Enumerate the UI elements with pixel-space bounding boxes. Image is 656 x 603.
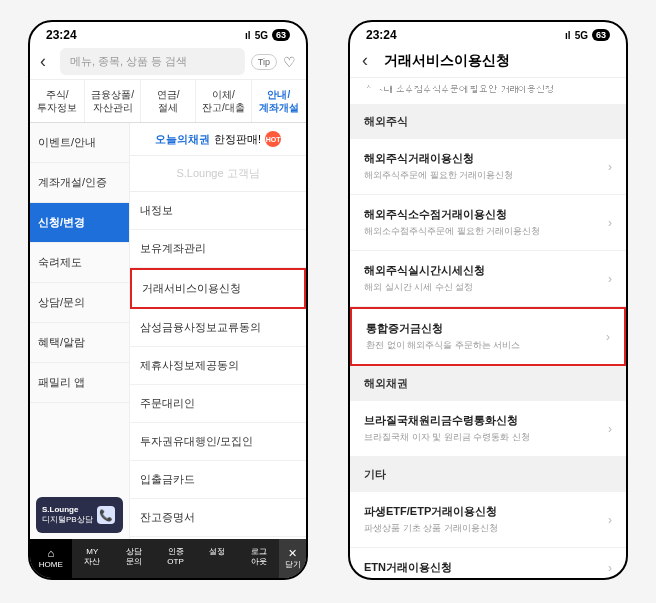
- chevron-right-icon: ›: [606, 330, 610, 344]
- section-other: 기타: [350, 457, 626, 492]
- sub-item-samsung-consent[interactable]: 삼성금융사정보교류동의: [130, 309, 306, 347]
- section-overseas-bond: 해외채권: [350, 366, 626, 401]
- lounge-greeting: S.Lounge 고객님: [130, 156, 306, 192]
- service-list[interactable]: 해외주식 해외주식거래이용신청 해외주식주문에 필요한 거래이용신청 › 해외주…: [350, 104, 626, 578]
- hot-badge-icon: HOT: [265, 131, 281, 147]
- sub-item-accounts[interactable]: 보유계좌관리: [130, 230, 306, 268]
- bb-home[interactable]: ⌂ HOME: [30, 539, 72, 578]
- status-icons: ıl 5G 63: [565, 29, 610, 41]
- bb-otp[interactable]: 인증OTP: [155, 539, 197, 578]
- status-icons: ıl 5G 63: [245, 29, 290, 41]
- header-note: ᄉᆞ내 소수점수식수문에 필요안 거래이용신청: [350, 78, 626, 104]
- home-icon: ⌂: [32, 547, 70, 560]
- bell-icon[interactable]: ♡: [283, 54, 296, 70]
- item-brazil-bond[interactable]: 브라질국채원리금수령통화신청 브라질국채 이자 및 원리금 수령통화 신청 ›: [350, 401, 626, 457]
- search-row: ‹ 메뉴, 종목, 상품 등 검색 Tip ♡: [30, 44, 306, 79]
- top-tabs: 주식/투자정보 금융상품/자산관리 연금/절세 이체/잔고/대출 안내/계좌개설: [30, 79, 306, 123]
- tab-stock[interactable]: 주식/투자정보: [30, 80, 85, 122]
- sub-menu-list: 내정보 보유계좌관리 거래서비스이용신청 삼성금융사정보교류동의 제휴사정보제공…: [130, 192, 306, 539]
- left-item-apply[interactable]: 신청/변경: [30, 203, 129, 243]
- page-title: 거래서비스이용신청: [384, 52, 510, 70]
- sub-item-balance-cert[interactable]: 잔고증명서: [130, 499, 306, 537]
- bb-my[interactable]: MY자산: [72, 539, 114, 578]
- signal-icon: ıl: [245, 30, 251, 41]
- page-header: ‹ 거래서비스이용신청: [350, 44, 626, 78]
- phone-left: 23:24 ıl 5G 63 ‹ 메뉴, 종목, 상품 등 검색 Tip ♡ 주…: [28, 20, 308, 580]
- item-overseas-fractional[interactable]: 해외주식소수점거래이용신청 해외소수점주식주문에 필요한 거래이용신청 ›: [350, 195, 626, 251]
- sub-item-order-proxy[interactable]: 주문대리인: [130, 385, 306, 423]
- close-icon: ✕: [281, 547, 304, 560]
- left-item-event[interactable]: 이벤트/안내: [30, 123, 129, 163]
- chevron-right-icon: ›: [608, 513, 612, 527]
- bb-settings[interactable]: 설정: [196, 539, 238, 578]
- left-item-benefit[interactable]: 혜택/알람: [30, 323, 129, 363]
- network-icon: 5G: [575, 30, 588, 41]
- left-item-account[interactable]: 계좌개설/인증: [30, 163, 129, 203]
- section-overseas-stock: 해외주식: [350, 104, 626, 139]
- chevron-right-icon: ›: [608, 422, 612, 436]
- bb-logout[interactable]: 로그아웃: [238, 539, 280, 578]
- status-bar: 23:24 ıl 5G 63: [350, 22, 626, 44]
- status-time: 23:24: [46, 28, 77, 42]
- item-overseas-realtime[interactable]: 해외주식실시간시세신청 해외 실시간 시세 수신 설정 ›: [350, 251, 626, 307]
- chevron-right-icon: ›: [608, 561, 612, 575]
- sub-item-myinfo[interactable]: 내정보: [130, 192, 306, 230]
- network-icon: 5G: [255, 30, 268, 41]
- promo-banner[interactable]: 오늘의채권 한정판매! HOT: [130, 123, 306, 156]
- bb-consult[interactable]: 상담문의: [113, 539, 155, 578]
- search-input[interactable]: 메뉴, 종목, 상품 등 검색: [60, 48, 245, 75]
- item-etf-etp[interactable]: 파생ETF/ETP거래이용신청 파생상품 기초 상품 거래이용신청 ›: [350, 492, 626, 548]
- phone-right: 23:24 ıl 5G 63 ‹ 거래서비스이용신청 ᄉᆞ내 소수점수식수문에 …: [348, 20, 628, 580]
- bottom-bar: ⌂ HOME MY자산 상담문의 인증OTP 설정 로그아웃 ✕ 닫기: [30, 539, 306, 578]
- bb-close[interactable]: ✕ 닫기: [279, 539, 306, 578]
- chevron-right-icon: ›: [608, 272, 612, 286]
- signal-icon: ıl: [565, 30, 571, 41]
- status-time: 23:24: [366, 28, 397, 42]
- back-icon[interactable]: ‹: [40, 51, 54, 72]
- main-content: 이벤트/안내 계좌개설/인증 신청/변경 숙려제도 상담/문의 혜택/알람 패밀…: [30, 123, 306, 539]
- left-item-family[interactable]: 패밀리 앱: [30, 363, 129, 403]
- sub-item-card[interactable]: 입출금카드: [130, 461, 306, 499]
- tab-transfer[interactable]: 이체/잔고/대출: [196, 80, 251, 122]
- status-bar: 23:24 ıl 5G 63: [30, 22, 306, 44]
- tip-button[interactable]: Tip: [251, 54, 277, 70]
- left-menu: 이벤트/안내 계좌개설/인증 신청/변경 숙려제도 상담/문의 혜택/알람 패밀…: [30, 123, 130, 539]
- chevron-right-icon: ›: [608, 216, 612, 230]
- item-overseas-trade[interactable]: 해외주식거래이용신청 해외주식주문에 필요한 거래이용신청 ›: [350, 139, 626, 195]
- left-item-consult[interactable]: 상담/문의: [30, 283, 129, 323]
- phone-icon: 📞: [97, 506, 115, 524]
- sub-item-partner-consent[interactable]: 제휴사정보제공동의: [130, 347, 306, 385]
- tab-pension[interactable]: 연금/절세: [141, 80, 196, 122]
- tab-info[interactable]: 안내/계좌개설: [252, 80, 306, 122]
- left-item-cooling[interactable]: 숙려제도: [30, 243, 129, 283]
- back-icon[interactable]: ‹: [362, 50, 376, 71]
- battery-icon: 63: [592, 29, 610, 41]
- pb-banner[interactable]: S.Lounge 디지털PB상담 📞: [36, 497, 123, 533]
- sub-item-trade-service[interactable]: 거래서비스이용신청: [130, 268, 306, 309]
- item-integrated-margin[interactable]: 통합증거금신청 환전 없이 해외주식을 주문하는 서비스 ›: [350, 307, 626, 366]
- chevron-right-icon: ›: [608, 160, 612, 174]
- tab-finance[interactable]: 금융상품/자산관리: [85, 80, 140, 122]
- item-etn[interactable]: ETN거래이용신청 ›: [350, 548, 626, 578]
- sub-item-invest-agent[interactable]: 투자권유대행인/모집인: [130, 423, 306, 461]
- battery-icon: 63: [272, 29, 290, 41]
- right-panel: 오늘의채권 한정판매! HOT S.Lounge 고객님 내정보 보유계좌관리 …: [130, 123, 306, 539]
